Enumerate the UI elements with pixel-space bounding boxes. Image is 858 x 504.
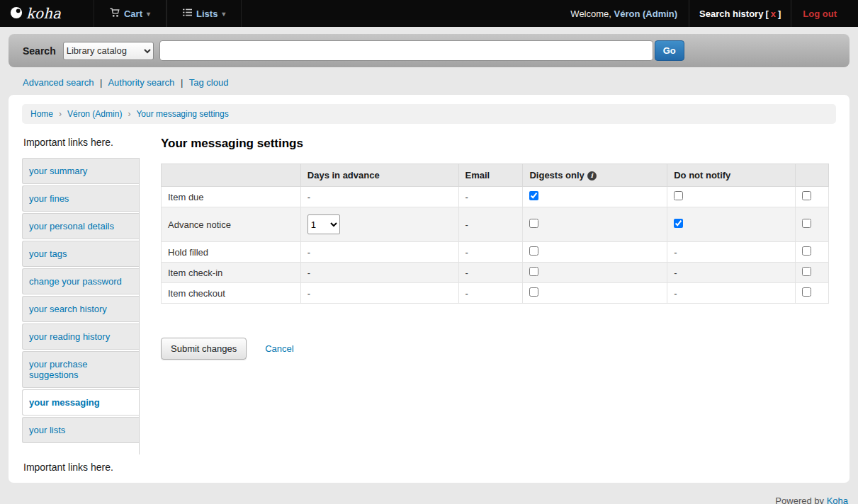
- breadcrumb-separator: ›: [59, 109, 62, 119]
- info-icon[interactable]: i: [587, 171, 597, 181]
- cart-label: Cart: [124, 8, 142, 19]
- messaging-settings-panel: Your messaging settings Days in advance …: [140, 134, 836, 473]
- row-label: Item checkout: [162, 283, 301, 304]
- sidebar-item-your-messaging[interactable]: your messaging: [22, 389, 139, 416]
- table-row-item-checkout: Item checkout - - -: [162, 283, 829, 304]
- col-do-not-notify: Do not notify: [667, 164, 796, 187]
- lists-label: Lists: [196, 8, 218, 19]
- col-digests-only: Digests onlyi: [523, 164, 667, 187]
- sidebar-item-your-reading-history[interactable]: your reading history: [22, 323, 139, 350]
- digests-only-checkbox[interactable]: [529, 191, 538, 200]
- breadcrumb-user-link[interactable]: Véron (Admin): [67, 109, 122, 119]
- breadcrumb-separator: ›: [128, 109, 130, 119]
- table-header-row: Days in advance Email Digests onlyi Do n…: [162, 164, 829, 187]
- cart-icon: [110, 8, 120, 20]
- digests-cell: [523, 187, 667, 207]
- do-not-notify-cell: [667, 187, 796, 207]
- extra-cell: [795, 242, 828, 263]
- sidebar-menu: your summary your fines your personal de…: [22, 158, 140, 454]
- lists-menu-button[interactable]: Lists ▾: [166, 0, 242, 27]
- email-value: -: [458, 187, 523, 207]
- sidebar-note-bottom: Important links here.: [23, 462, 140, 473]
- digests-only-checkbox[interactable]: [529, 267, 538, 276]
- bracket: [: [765, 8, 768, 19]
- tag-cloud-link[interactable]: Tag cloud: [189, 77, 229, 88]
- days-value: -: [300, 242, 458, 263]
- catalog-select[interactable]: Library catalog: [63, 42, 154, 60]
- sidebar-item-change-your-password[interactable]: change your password: [22, 268, 139, 294]
- email-value: -: [458, 263, 523, 283]
- cart-menu-button[interactable]: Cart ▾: [94, 0, 166, 27]
- extra-checkbox[interactable]: [802, 246, 811, 256]
- breadcrumb-home-link[interactable]: Home: [30, 109, 53, 119]
- days-cell: 1: [300, 207, 458, 242]
- digests-only-checkbox[interactable]: [529, 246, 538, 256]
- koha-footer-link[interactable]: Koha: [827, 496, 848, 504]
- do-not-notify-value: -: [667, 263, 796, 283]
- extra-cell: [795, 187, 828, 207]
- advance-notice-days-select[interactable]: 1: [307, 214, 340, 234]
- days-value: -: [300, 187, 458, 207]
- do-not-notify-checkbox[interactable]: [674, 219, 683, 228]
- main-content-box: Home›Véron (Admin)›Your messaging settin…: [9, 95, 849, 483]
- do-not-notify-checkbox[interactable]: [674, 191, 683, 200]
- chevron-down-icon: ▾: [222, 10, 225, 18]
- extra-cell: [795, 263, 828, 283]
- days-value: -: [300, 263, 458, 283]
- chevron-down-icon: ▾: [147, 10, 150, 18]
- table-row-item-check-in: Item check-in - - -: [162, 263, 829, 283]
- koha-logo-icon: [10, 6, 23, 21]
- breadcrumb-current[interactable]: Your messaging settings: [136, 109, 228, 119]
- digests-only-checkbox[interactable]: [529, 287, 538, 297]
- bracket: ]: [778, 8, 781, 19]
- masthead-search-bar: Search Library catalog Go: [9, 34, 849, 67]
- extra-cell: [795, 207, 828, 242]
- digests-only-checkbox[interactable]: [529, 219, 538, 228]
- row-label: Advance notice: [162, 207, 301, 242]
- row-label: Item due: [162, 187, 301, 207]
- do-not-notify-value: -: [667, 242, 796, 263]
- digests-cell: [523, 242, 667, 263]
- koha-logo[interactable]: koha: [10, 5, 61, 22]
- extra-checkbox[interactable]: [802, 287, 811, 297]
- page-footer: Powered by Koha: [0, 483, 858, 504]
- digests-cell: [523, 207, 667, 242]
- lists-icon: [183, 8, 192, 19]
- logout-link[interactable]: Log out: [791, 0, 848, 27]
- extra-checkbox[interactable]: [802, 267, 811, 276]
- sidebar-item-your-fines[interactable]: your fines: [22, 185, 139, 212]
- messaging-settings-table: Days in advance Email Digests onlyi Do n…: [161, 164, 829, 304]
- cancel-link[interactable]: Cancel: [265, 343, 293, 354]
- account-sidebar: Important links here. your summary your …: [22, 134, 140, 473]
- search-input[interactable]: [159, 40, 653, 61]
- col-blank: [162, 164, 301, 187]
- extra-checkbox[interactable]: [802, 191, 811, 200]
- extra-cell: [795, 283, 828, 304]
- sidebar-note-top: Important links here.: [23, 137, 140, 148]
- row-label: Item check-in: [162, 263, 301, 283]
- submit-changes-button[interactable]: Submit changes: [161, 338, 247, 360]
- authority-search-link[interactable]: Authority search: [108, 77, 174, 88]
- go-button[interactable]: Go: [655, 40, 684, 61]
- user-account-link[interactable]: Véron (Admin): [614, 8, 678, 19]
- sidebar-item-your-lists[interactable]: your lists: [22, 417, 139, 443]
- digests-cell: [523, 263, 667, 283]
- email-value: -: [458, 283, 523, 304]
- advanced-search-link[interactable]: Advanced search: [23, 77, 94, 88]
- sidebar-item-your-personal-details[interactable]: your personal details: [22, 213, 139, 239]
- do-not-notify-value: -: [667, 283, 796, 304]
- digests-cell: [523, 283, 667, 304]
- quick-links-bar: Advanced search | Authority search | Tag…: [23, 77, 858, 88]
- table-row-advance-notice: Advance notice 1 -: [162, 207, 829, 242]
- sidebar-item-your-purchase-suggestions[interactable]: your purchase suggestions: [22, 351, 139, 388]
- clear-search-history-x[interactable]: x: [771, 8, 776, 19]
- welcome-text: Welcome, Véron (Admin): [559, 8, 689, 19]
- search-history-link[interactable]: Search history [ x ]: [689, 0, 791, 27]
- digests-only-label: Digests only: [529, 170, 584, 181]
- sidebar-item-your-summary[interactable]: your summary: [22, 158, 139, 184]
- sidebar-item-your-tags[interactable]: your tags: [22, 241, 139, 267]
- col-days-in-advance: Days in advance: [300, 164, 458, 187]
- sidebar-item-your-search-history[interactable]: your search history: [22, 296, 139, 322]
- form-actions: Submit changes Cancel: [161, 338, 836, 360]
- extra-checkbox[interactable]: [802, 219, 811, 228]
